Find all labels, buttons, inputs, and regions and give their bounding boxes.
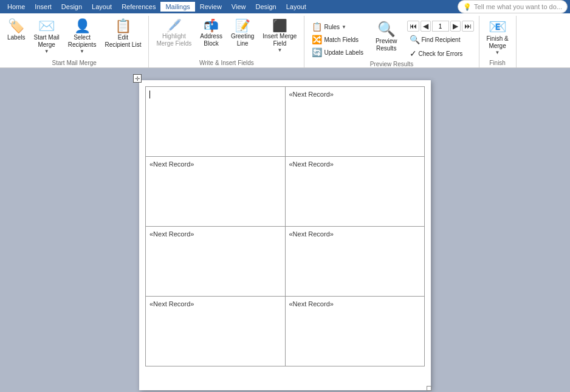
next-record-label-3: «Next Record»: [149, 160, 194, 168]
greeting-line-icon: 📝: [235, 19, 250, 32]
text-cursor: [149, 91, 150, 98]
resize-handle[interactable]: [427, 386, 431, 391]
label-cell-4[interactable]: «Next Record»: [285, 157, 425, 227]
label-cell-1[interactable]: [146, 87, 286, 157]
lightbulb-icon: 💡: [463, 3, 472, 11]
update-labels-label: Update Labels: [324, 49, 363, 56]
label-cell-7[interactable]: «Next Record»: [146, 297, 286, 366]
update-labels-icon: 🔄: [312, 47, 322, 57]
check-for-errors-icon: ✓: [410, 49, 417, 58]
start-mail-merge-group-label: Start Mail Merge: [52, 58, 97, 67]
rules-dropdown-icon: ▼: [342, 24, 346, 30]
rules-label: Rules: [324, 24, 340, 30]
labels-button[interactable]: 🏷️ Labels: [4, 17, 29, 44]
label-cell-3[interactable]: «Next Record»: [146, 157, 286, 227]
nav-last-button[interactable]: ⏭: [462, 21, 474, 32]
menu-layout2[interactable]: Layout: [281, 2, 311, 12]
finish-merge-icon: 📧: [489, 19, 507, 34]
match-fields-icon: 🔀: [312, 35, 322, 44]
label-grid: «Next Record» «Next Record» «Next Record…: [145, 86, 425, 366]
menu-view[interactable]: View: [227, 2, 251, 12]
next-record-label-8: «Next Record»: [289, 300, 334, 308]
greeting-line-button[interactable]: 📝 GreetingLine: [227, 17, 258, 50]
highlight-merge-fields-button[interactable]: 🖊️ HighlightMerge Fields: [153, 17, 195, 50]
label-cell-5[interactable]: «Next Record»: [146, 227, 286, 297]
label-cell-6[interactable]: «Next Record»: [285, 227, 425, 297]
menu-design2[interactable]: Design: [251, 2, 281, 12]
preview-results-icon: 🔍: [377, 22, 396, 36]
start-mail-merge-buttons: 🏷️ Labels ✉️ Start MailMerge ▼ 👤 SelectR…: [4, 17, 145, 58]
label-row-4: «Next Record» «Next Record»: [146, 297, 425, 366]
menu-design[interactable]: Design: [57, 2, 87, 12]
address-block-label: AddressBlock: [200, 33, 222, 47]
edit-recipient-list-label: EditRecipient List: [105, 34, 141, 49]
preview-results-group-label: Preview Results: [370, 60, 414, 69]
label-row-3: «Next Record» «Next Record»: [146, 227, 425, 297]
insert-merge-field-button[interactable]: ⬛ Insert MergeField ▼: [259, 17, 300, 56]
preview-results-button[interactable]: 🔍 PreviewResults: [372, 19, 401, 55]
rules-icon: 📋: [312, 22, 322, 32]
finish-group-label: Finish: [489, 58, 506, 67]
next-record-label-7: «Next Record»: [149, 300, 194, 308]
find-recipient-button[interactable]: 🔍 Find Recipient: [407, 33, 474, 46]
nav-next-button[interactable]: ▶: [450, 21, 461, 32]
nav-first-button[interactable]: ⏮: [407, 21, 419, 32]
start-mail-merge-button[interactable]: ✉️ Start MailMerge ▼: [30, 17, 63, 57]
menu-review[interactable]: Review: [195, 2, 227, 12]
ribbon-group-write-insert: 🖊️ HighlightMerge Fields 📬 AddressBlock …: [149, 16, 304, 67]
find-recipient-label: Find Recipient: [422, 36, 461, 43]
select-recipients-icon: 👤: [74, 19, 91, 33]
check-for-errors-button[interactable]: ✓ Check for Errors: [407, 47, 474, 60]
address-block-icon: 📬: [204, 19, 219, 32]
menu-home[interactable]: Home: [2, 2, 30, 12]
menu-layout[interactable]: Layout: [87, 2, 117, 12]
next-record-label-4: «Next Record»: [289, 160, 334, 168]
nav-row: ⏮ ◀ ▶ ⏭: [407, 21, 474, 32]
insert-merge-field-dropdown-icon: ▼: [277, 47, 282, 53]
start-mail-merge-icon: ✉️: [38, 19, 55, 33]
ribbon-group-preview-results: 📋 Rules ▼ 🔀 Match Fields 🔄 Update Labels…: [304, 16, 479, 67]
highlight-merge-fields-icon: 🖊️: [167, 19, 182, 32]
edit-recipient-list-button[interactable]: 📋 EditRecipient List: [101, 17, 145, 51]
greeting-line-label: GreetingLine: [231, 33, 254, 47]
menu-references[interactable]: References: [117, 2, 160, 12]
preview-results-label: PreviewResults: [376, 38, 397, 52]
rules-stack: 📋 Rules ▼ 🔀 Match Fields 🔄 Update Labels: [309, 19, 366, 58]
next-record-label-2: «Next Record»: [289, 91, 334, 98]
start-mail-merge-label: Start MailMerge: [33, 34, 59, 49]
finish-merge-label: Finish &Merge: [487, 35, 509, 50]
menubar: Home Insert Design Layout References Mai…: [0, 0, 570, 13]
menu-insert[interactable]: Insert: [30, 2, 57, 12]
tellme-placeholder: Tell me what you want to do...: [474, 3, 562, 10]
rules-button[interactable]: 📋 Rules ▼: [309, 21, 366, 33]
menu-mailings[interactable]: Mailings: [160, 2, 194, 12]
select-recipients-dropdown-icon: ▼: [80, 49, 84, 55]
start-mail-merge-dropdown-icon: ▼: [44, 49, 49, 55]
next-record-label-5: «Next Record»: [149, 230, 194, 238]
match-fields-label: Match Fields: [324, 36, 359, 43]
update-labels-button[interactable]: 🔄 Update Labels: [309, 46, 366, 58]
match-fields-button[interactable]: 🔀 Match Fields: [309, 33, 366, 46]
labels-label: Labels: [7, 34, 25, 41]
main-area: ✛ «Next Record» «Next Record»: [0, 68, 570, 392]
ribbon-group-start-mail-merge: 🏷️ Labels ✉️ Start MailMerge ▼ 👤 SelectR…: [0, 16, 149, 67]
label-cell-8[interactable]: «Next Record»: [285, 297, 425, 366]
select-recipients-button[interactable]: 👤 SelectRecipients ▼: [64, 17, 100, 57]
finish-buttons: 📧 Finish &Merge ▼: [483, 17, 512, 58]
nav-prev-button[interactable]: ◀: [421, 21, 431, 32]
insert-merge-field-icon: ⬛: [272, 19, 287, 32]
finish-merge-button[interactable]: 📧 Finish &Merge ▼: [483, 17, 512, 58]
check-for-errors-label: Check for Errors: [419, 50, 463, 57]
write-insert-buttons: 🖊️ HighlightMerge Fields 📬 AddressBlock …: [153, 17, 300, 58]
label-cell-2[interactable]: «Next Record»: [285, 87, 425, 157]
address-block-button[interactable]: 📬 AddressBlock: [196, 17, 226, 50]
document-page: ✛ «Next Record» «Next Record»: [139, 80, 431, 390]
highlight-merge-fields-label: HighlightMerge Fields: [156, 33, 191, 47]
nav-current-input[interactable]: [432, 21, 449, 32]
find-recipient-icon: 🔍: [410, 35, 420, 44]
select-recipients-label: SelectRecipients: [68, 34, 97, 49]
tellme-bar[interactable]: 💡 Tell me what you want to do...: [458, 0, 568, 13]
write-insert-group-label: Write & Insert Fields: [199, 58, 254, 67]
move-handle[interactable]: ✛: [133, 74, 142, 83]
finish-merge-dropdown-icon: ▼: [495, 50, 500, 56]
